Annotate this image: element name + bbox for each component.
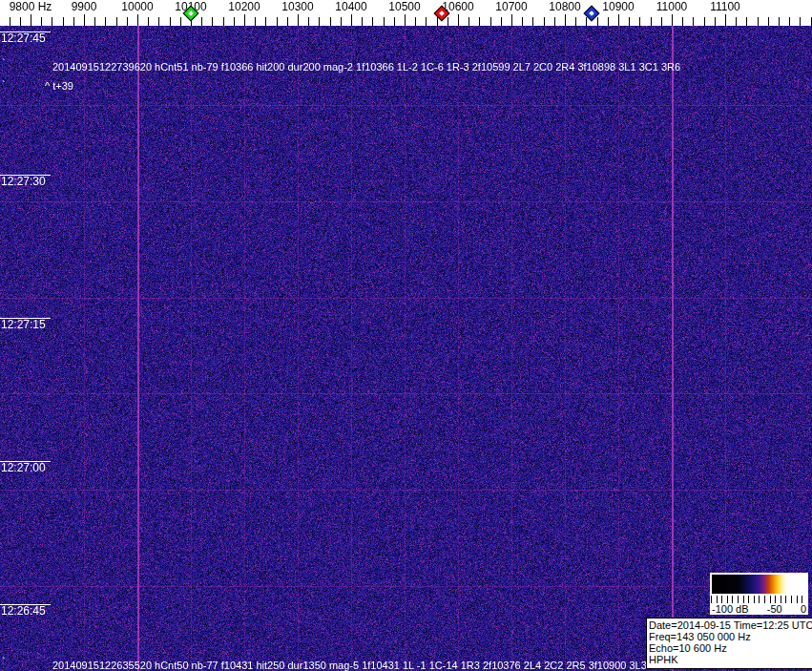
axis-minor-tick: [597, 17, 598, 26]
axis-minor-tick: [127, 17, 128, 26]
axis-minor-tick: [779, 17, 780, 26]
axis-minor-tick: [736, 17, 737, 26]
axis-major-tick: [351, 14, 352, 26]
meta-text-bottom: 20140915122635520 hCnt50 nb-77 f10431 hi…: [52, 660, 663, 671]
marker-center-dot: [589, 10, 594, 16]
axis-minor-tick: [41, 17, 42, 26]
event-tick-mark: `: [2, 79, 6, 91]
axis-minor-tick: [490, 17, 491, 26]
axis-minor-tick: [180, 17, 181, 26]
axis-minor-tick: [468, 17, 469, 26]
freq-axis-label: 11000: [656, 0, 687, 13]
freq-axis-label: 10700: [495, 0, 527, 13]
gridline-vertical: [511, 26, 512, 671]
meta-text-top: 20140915122739620 hCnt51 nb-79 f10366 hi…: [52, 61, 680, 73]
axis-minor-tick: [629, 17, 630, 26]
axis-minor-tick: [800, 17, 801, 26]
axis-minor-tick: [501, 17, 502, 26]
axis-major-tick: [298, 14, 299, 26]
axis-minor-tick: [384, 17, 385, 26]
gridline-vertical: [458, 26, 459, 671]
axis-minor-tick: [586, 17, 587, 26]
axis-major-tick: [565, 14, 566, 26]
legend-label-min: -100 dB: [712, 603, 749, 615]
freq-axis-label: 9800 Hz: [10, 0, 52, 13]
freq-axis-label: 10500: [388, 0, 420, 13]
axis-minor-tick: [532, 17, 533, 26]
axis-minor-tick: [394, 17, 395, 26]
meta-annotation: ^ t+39: [45, 80, 73, 92]
axis-minor-tick: [372, 17, 373, 26]
db-legend: -100 dB -50 0: [710, 573, 808, 615]
time-label: 12:27:30: [0, 175, 51, 188]
gridline-horizontal: [0, 393, 812, 394]
axis-minor-tick: [437, 17, 438, 26]
axis-minor-tick: [63, 17, 64, 26]
gridline-horizontal: [0, 201, 812, 202]
axis-minor-tick: [330, 17, 331, 26]
freq-axis-label: 9900: [72, 0, 97, 13]
time-label-text: 12:27:00: [0, 462, 51, 474]
axis-minor-tick: [426, 17, 427, 26]
legend-labels: -100 dB -50 0: [712, 603, 806, 615]
axis-minor-tick: [415, 17, 416, 26]
axis-minor-tick: [201, 17, 202, 26]
axis-minor-tick: [116, 17, 117, 26]
legend-gradient-bar: [712, 575, 806, 594]
event-tick-mark: `: [2, 57, 6, 69]
freq-axis-label: 10200: [228, 0, 260, 13]
gridline-vertical: [565, 26, 566, 671]
gridline-horizontal: [0, 105, 812, 106]
axis-minor-tick: [265, 17, 266, 26]
axis-minor-tick: [479, 17, 480, 26]
gridline-vertical: [244, 26, 245, 671]
axis-minor-tick: [287, 17, 288, 26]
axis-minor-tick: [811, 17, 812, 26]
time-label: 12:27:00: [0, 461, 51, 474]
axis-major-tick: [244, 14, 245, 26]
axis-major-tick: [458, 14, 459, 26]
spectrogram-screen: 9800 Hz990010000101001020010300104001050…: [0, 0, 812, 671]
gridline-horizontal: [0, 490, 812, 491]
axis-minor-tick: [148, 17, 149, 26]
spectrogram-area: ` ` ` 20140915122739620 hCnt51 nb-79 f10…: [0, 26, 812, 671]
gridline-vertical: [298, 26, 299, 671]
legend-label-max: 0: [801, 603, 806, 615]
freq-axis-label: 10000: [121, 0, 153, 13]
axis-minor-tick: [682, 17, 683, 26]
freq-axis-label: 10400: [335, 0, 366, 13]
axis-minor-tick: [73, 17, 74, 26]
freq-axis-label: 10900: [602, 0, 634, 13]
axis-minor-tick: [575, 17, 576, 26]
gridline-vertical: [672, 26, 674, 671]
gridline-horizontal: [0, 298, 812, 299]
legend-ruler-ticks: [711, 596, 807, 603]
axis-minor-tick: [715, 17, 716, 26]
axis-minor-tick: [105, 17, 106, 26]
axis-minor-tick: [158, 17, 159, 26]
info-line-date: Date=2014-09-15 Time=12:25 UTC: [649, 619, 812, 631]
axis-minor-tick: [362, 17, 363, 26]
axis-major-tick: [405, 14, 406, 26]
axis-minor-tick: [52, 17, 52, 26]
axis-minor-tick: [758, 17, 759, 26]
axis-major-tick: [725, 14, 726, 26]
axis-major-tick: [511, 14, 512, 26]
axis-minor-tick: [255, 17, 256, 26]
axis-minor-tick: [522, 17, 523, 26]
axis-minor-tick: [768, 17, 769, 26]
axis-minor-tick: [319, 17, 320, 26]
time-label-text: 12:27:30: [0, 176, 51, 188]
axis-major-tick: [137, 14, 138, 26]
info-line-echo: Echo=10 600 Hz: [649, 642, 812, 654]
legend-label-mid: -50: [767, 603, 782, 615]
time-label: 12:27:45: [0, 31, 51, 45]
axis-major-tick: [31, 14, 31, 26]
axis-minor-tick: [639, 17, 640, 26]
axis-minor-tick: [212, 17, 213, 26]
axis-minor-tick: [20, 17, 21, 26]
info-box: Date=2014-09-15 Time=12:25 UTC Freq=143 …: [646, 618, 812, 669]
axis-minor-tick: [746, 17, 747, 26]
event-tick-mark: `: [2, 656, 6, 667]
marker-center-dot: [188, 10, 194, 16]
